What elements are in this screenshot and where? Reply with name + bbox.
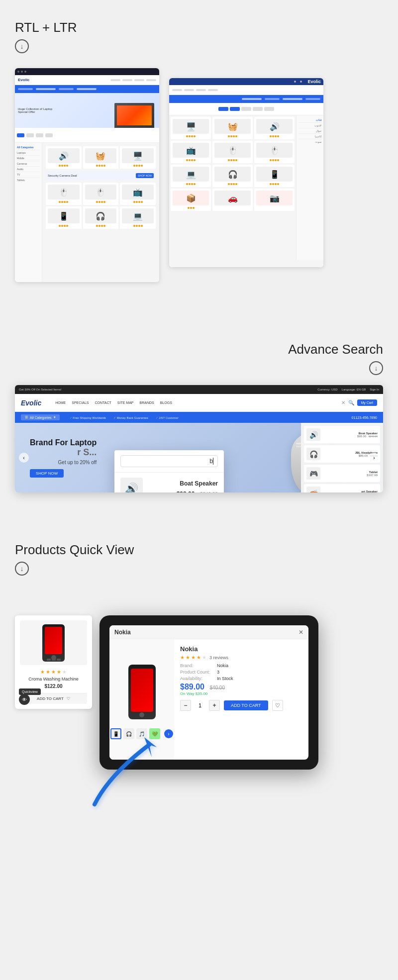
search-typed-text: b xyxy=(125,458,213,465)
product-name-small: Croma Washing Machine xyxy=(20,677,87,682)
quickview-eye-button[interactable]: 👁 xyxy=(19,694,30,705)
mini-header-rtl xyxy=(169,85,323,95)
phone-screen xyxy=(45,627,62,654)
advance-search-mockup: Get 30% Off On Selected Items! Currency:… xyxy=(15,385,383,492)
nav-home[interactable]: HOME xyxy=(55,401,66,404)
advance-search-section: Advance Search ↓ Get 30% Off On Selected… xyxy=(0,312,398,512)
boat-speaker-search-name: Boat Speaker xyxy=(148,480,218,487)
sign-in-text: Sign In xyxy=(370,388,379,391)
qty-increase-btn[interactable]: + xyxy=(209,700,220,711)
cart-button[interactable]: My Cart xyxy=(357,399,378,406)
tablet-price: $337.99 xyxy=(322,474,378,477)
qty-decrease-btn[interactable]: − xyxy=(180,700,191,711)
rtl-section: RTL + LTR ↓ Evolic xyxy=(0,0,398,312)
tablet-wishlist-btn[interactable]: ♡ xyxy=(272,700,283,711)
advance-search-title: Advance Search xyxy=(15,342,383,357)
nav-contact[interactable]: CONTACT xyxy=(95,401,111,404)
store-logo: Evolic xyxy=(21,399,41,407)
right-card-jbl: 🎧 JBL Headphone $86.00 $98.00 xyxy=(304,445,380,463)
rtl-screenshot-left: Evolic Huge Collection xyxy=(15,68,159,282)
product-card-image xyxy=(20,620,87,665)
tablet-qty-row: − 1 + ADD TO CART ♡ xyxy=(180,700,302,711)
qty-value: 1 xyxy=(195,702,205,708)
jbl-img: 🎧 xyxy=(306,448,320,460)
phone-home-button xyxy=(51,655,56,660)
art-speaker-img: 📻 xyxy=(306,487,320,492)
rtl-screenshot-right: Evolic xyxy=(169,78,323,267)
nav-brands[interactable]: BRANDS xyxy=(140,401,154,404)
search-dropdown: b 🔊 Boat Speaker $98.00 $242.00 xyxy=(114,450,224,492)
boat-speaker-img: 🔊 xyxy=(306,428,320,441)
tablet-price-section: $89.00 $40.00 On Way $35.00 xyxy=(180,683,302,696)
art-speaker-name: art Speaker xyxy=(322,490,378,493)
boat-speaker-search-old-price: $242.00 xyxy=(200,491,218,493)
boat-speaker-price: $98.00 $242.00 xyxy=(322,435,378,438)
tablet-rating: ★ ★ ★ ★ ★ 3 reviews xyxy=(180,655,302,660)
nav-specials[interactable]: SPECIALS xyxy=(72,401,89,404)
rtl-screenshots-container: Evolic Huge Collection xyxy=(15,68,383,282)
nav-blogs[interactable]: BLOGS xyxy=(160,401,172,404)
search-input-area[interactable]: b xyxy=(114,450,224,473)
review-count: 3 reviews xyxy=(209,655,228,660)
search-input-fake[interactable]: b xyxy=(120,455,218,467)
product-stars: ★ ★ ★ ★ ★ xyxy=(20,669,87,675)
support-benefit: ✓ 24/7 Customer xyxy=(156,416,179,419)
mini-topbar xyxy=(15,68,159,75)
store-promo-bar: Get 30% Off On Selected Items! Currency:… xyxy=(15,385,383,394)
money-back-benefit: ✓ Money Back Guarantee xyxy=(113,416,148,419)
language-text: Language: EN GB xyxy=(342,388,366,391)
banner-next-btn[interactable]: › xyxy=(369,453,379,463)
promo-text: Get 30% Off On Selected Items! xyxy=(19,388,62,391)
store-nav: HOME SPECIALS CONTACT SITE MAP BRANDS BL… xyxy=(55,401,172,404)
right-card-tablet: 🎮 Tablet $337.99 xyxy=(304,465,380,482)
advance-search-download-icon[interactable]: ↓ xyxy=(369,361,383,375)
quickview-download-icon[interactable]: ↓ xyxy=(15,562,29,576)
boat-speaker-search-price: $98.00 xyxy=(177,490,195,493)
banner-prev-btn[interactable]: ‹ xyxy=(19,453,29,463)
benefit-items: ✓ Free Shipping Worldwide ✓ Money Back G… xyxy=(70,416,179,419)
tablet-info-panel: Nokia ★ ★ ★ ★ ★ 3 reviews Brand: Nokia xyxy=(174,639,308,760)
availability-value: In Stock xyxy=(217,676,233,681)
tablet-product-count-row: Product Count: 3 xyxy=(180,670,302,675)
nav-sitemap[interactable]: SITE MAP xyxy=(117,401,134,404)
mini-pagination xyxy=(15,128,159,143)
mini-store-ltr: Evolic Huge Collection xyxy=(15,68,159,282)
currency-text: Currency: USD xyxy=(317,388,337,391)
tablet-availability-row: Availability: In Stock xyxy=(180,676,302,681)
mini-rtl-content: فئات لابتوب جوال كاميرا صوت 🖥️ 🧺 🔊 📺 xyxy=(169,115,323,260)
mini-logo: Evolic xyxy=(18,78,30,82)
mini-sidebar: All Categories Laptops Mobile Cameras Au… xyxy=(15,143,42,282)
mini-banner-laptop xyxy=(114,103,154,128)
blue-arrow xyxy=(80,715,179,816)
quickview-demo-area: ★ ★ ★ ★ ★ Croma Washing Machine $122.00 … xyxy=(15,615,383,864)
banner-cta-button[interactable]: SHOP NOW xyxy=(30,469,64,478)
search-result-boat-speaker[interactable]: 🔊 Boat Speaker $98.00 $242.00 xyxy=(114,473,224,492)
tablet-add-to-cart-btn[interactable]: ADD TO CART xyxy=(224,700,268,710)
quickview-title: Products Quick View xyxy=(15,542,383,558)
rtl-download-icon[interactable]: ↓ xyxy=(15,39,29,53)
mini-content-area: All Categories Laptops Mobile Cameras Au… xyxy=(15,143,159,282)
boat-speaker-search-img: 🔊 xyxy=(120,478,143,492)
search-x-icon[interactable]: ✕ xyxy=(341,400,345,405)
store-main-content: ‹ › Brand For Laptopr S... Get up to 20%… xyxy=(15,423,383,492)
mini-rtl-buttons xyxy=(169,103,323,115)
search-icon[interactable]: 🔍 xyxy=(348,400,354,405)
store-blue-nav: ☰ All Categories ▾ ✓ Free Shipping World… xyxy=(15,412,383,423)
tablet-product-title-top: Nokia xyxy=(114,629,131,636)
mini-banner: Huge Collection of LaptopSpecial Offer xyxy=(15,93,159,128)
tablet-brand-row: Brand: Nokia xyxy=(180,663,302,668)
search-cursor xyxy=(213,458,213,465)
right-card-boat-speaker: 🔊 Boat Speaker $98.00 $242.00 xyxy=(304,426,380,443)
all-categories-btn[interactable]: ☰ All Categories ▾ xyxy=(21,414,60,420)
mini-store-rtl: Evolic xyxy=(169,78,323,267)
tablet-saving: On Way $35.00 xyxy=(180,691,302,696)
tablet-phone-img xyxy=(128,665,156,719)
mini-rtl-sidebar: فئات لابتوب جوال كاميرا صوت xyxy=(296,115,323,260)
quickview-section: Products Quick View ↓ xyxy=(0,512,398,884)
mini-header: Evolic xyxy=(15,75,159,85)
tablet-close-icon[interactable]: ✕ xyxy=(298,629,303,636)
tablet-top-bar: Nokia ✕ xyxy=(109,625,308,639)
product-count-label: Product Count: xyxy=(180,670,215,675)
mini-blue-bar xyxy=(15,85,159,93)
tablet-img: 🎮 xyxy=(306,467,320,480)
